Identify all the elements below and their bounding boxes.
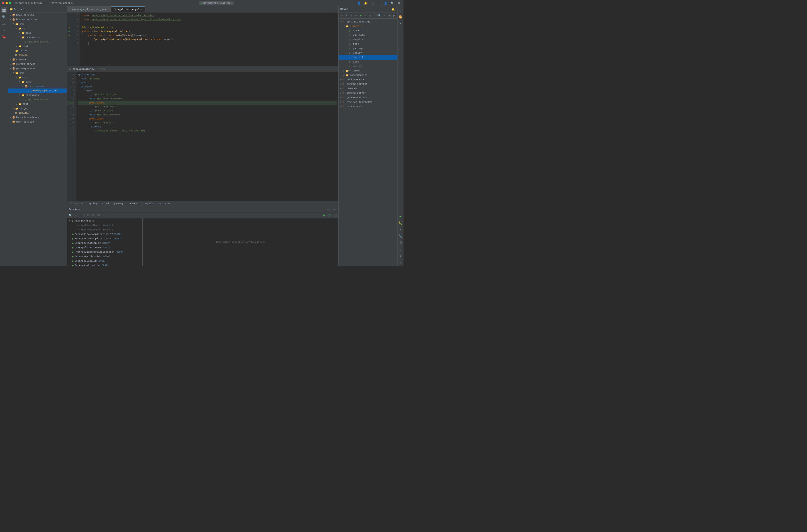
more-tools-icon[interactable]: ⋯ xyxy=(1,260,7,266)
gutter-debug-4[interactable] xyxy=(68,17,71,21)
structure-icon[interactable]: ☰ xyxy=(1,27,7,33)
maven-eureka-server[interactable]: ▶ m eureka-server xyxy=(339,91,397,95)
svc-eureka-02[interactable]: ▶ EurekaServerApplication-02 :8802/ xyxy=(67,232,142,236)
tree-item-borrow-main[interactable]: ▼ 📂 main xyxy=(8,26,67,31)
svc-gateway[interactable]: ▶ GatewayApplication :8500/ xyxy=(67,254,142,259)
yaml-nav-down[interactable]: ∨ xyxy=(104,68,105,70)
svc-hystrix[interactable]: ▶ HystrixDashboardApplication :8900/ xyxy=(67,250,142,254)
tree-item-borrow-test[interactable]: ▶ 📂 test xyxy=(8,44,67,49)
svc-rerun-button[interactable]: ↻ xyxy=(327,213,332,218)
tree-item-user-service[interactable]: ▶ 📦 user-service xyxy=(8,120,67,124)
preferences-button[interactable]: ⚙ xyxy=(396,1,401,5)
rt-paint-icon[interactable]: 🎨 xyxy=(397,14,404,20)
tab-close-java[interactable]: ✕ xyxy=(108,8,109,11)
maven-hystrix-dashboard[interactable]: ▶ m hystrix-dashboard xyxy=(339,100,397,104)
close-button[interactable] xyxy=(2,2,4,4)
maven-skip-button[interactable]: ⊘ xyxy=(368,13,373,18)
maven-root[interactable]: ▼ m springCloudStudy xyxy=(339,20,397,24)
search-button[interactable]: 🔍 xyxy=(390,1,395,5)
rt-debug-icon[interactable]: 🐛 xyxy=(397,220,404,226)
rt-star-icon[interactable]: ★ xyxy=(397,20,404,27)
tree-item-gateway-test[interactable]: ▶ 📂 test xyxy=(8,102,67,106)
maven-gateway-server[interactable]: ▶ m gateway-server xyxy=(339,95,397,100)
tree-item-borrow-yaml[interactable]: 🗒 application.yml xyxy=(8,40,67,44)
more-button[interactable]: ⋯ xyxy=(376,1,381,5)
rt-info-icon[interactable]: ℹ xyxy=(397,253,404,259)
file-tree[interactable]: ▶ 📦 book-service ▼ 📦 borrow-service ▼ 📂 … xyxy=(8,13,67,266)
tree-item-borrow-target[interactable]: ▶ 📂 target xyxy=(8,49,67,53)
breadcrumb-predicates[interactable]: predicates: xyxy=(157,203,171,205)
rt-todo-icon[interactable]: ☑ xyxy=(397,246,404,253)
maven-download-button[interactable]: ⬇ xyxy=(344,13,349,18)
maven-dependencies-group[interactable]: ▶ 📂 Dependencies xyxy=(339,73,397,77)
maven-search-button[interactable]: 🔍 xyxy=(378,13,382,18)
gutter-debug-5[interactable] xyxy=(68,21,71,25)
tree-item-borrow-resources[interactable]: ▼ 📂 resources xyxy=(8,35,67,40)
maven-tree[interactable]: ▼ m springCloudStudy ▼ 📂 Lifecycle ⚙ cle… xyxy=(339,19,397,266)
svc-search-button[interactable]: 🔍 xyxy=(68,213,73,217)
svc-item-install-2[interactable]: springCloudStudy [install] xyxy=(67,228,142,232)
maven-book-service[interactable]: ▶ m book-service xyxy=(339,77,397,82)
maven-site[interactable]: ⚙ site xyxy=(339,60,397,64)
maven-run-button[interactable]: ▶ xyxy=(359,13,363,18)
tree-item-borrow-service[interactable]: ▼ 📦 borrow-service xyxy=(8,17,67,22)
svc-eye-button[interactable]: 👁 xyxy=(86,213,90,217)
tab-application-yaml[interactable]: 🗒 application.yml ✕ xyxy=(111,6,145,12)
svc-group-button[interactable]: ⊞ xyxy=(96,213,101,217)
services-collapse-button[interactable]: — xyxy=(332,207,337,211)
bookmarks-icon[interactable]: 🔖 xyxy=(1,34,7,40)
tree-item-gateway-app[interactable]: ☕ GatewayApplication xyxy=(8,89,67,93)
maven-verify[interactable]: ⚙ verify xyxy=(339,51,397,55)
svc-item-install-1[interactable]: springCloudStudy [install] xyxy=(67,223,142,228)
gutter-run-7[interactable]: ▶ xyxy=(68,30,71,33)
svc-user-02[interactable]: ▶ UserApplication-02 :8102/ xyxy=(67,241,142,245)
maven-stop-button[interactable]: ⬛ xyxy=(373,13,377,18)
tree-item-gateway-src[interactable]: ▼ 📂 src xyxy=(8,71,67,75)
rt-run-icon[interactable]: ▶ xyxy=(397,213,404,219)
tree-item-commons[interactable]: ▶ 📦 commons xyxy=(8,57,67,62)
breadcrumb-gateway[interactable]: gateway: xyxy=(114,203,125,205)
services-tree[interactable]: ▼ ▶ Run Dashboard springCloudStudy [inst… xyxy=(67,218,143,266)
services-more-button[interactable]: ⋯ xyxy=(326,207,331,211)
gutter-run-8[interactable]: ▶ xyxy=(68,33,71,37)
maven-test[interactable]: ⚙ test xyxy=(339,42,397,46)
svc-stop-button[interactable]: ⬛ xyxy=(333,213,337,218)
maven-clean[interactable]: ⚙ clean xyxy=(339,28,397,33)
tree-item-gateway[interactable]: ▼ 📦 gateway-server xyxy=(8,66,67,71)
share-button[interactable]: 👤 xyxy=(383,1,388,5)
find-icon[interactable]: 🔍 xyxy=(1,14,7,20)
tree-item-gateway-pom[interactable]: 🗒 pom.xml xyxy=(8,111,67,115)
tree-item-gateway-main[interactable]: ▼ 📂 main xyxy=(8,75,67,80)
breadcrumb-cloud[interactable]: cloud: xyxy=(102,203,110,205)
maven-upload-button[interactable]: ⬆ xyxy=(349,13,354,18)
svc-eureka-01[interactable]: ▶ EurekaServerApplication-01 :8801/ xyxy=(67,236,142,241)
maven-reload-button[interactable]: ↻ xyxy=(339,13,344,18)
tree-item-gateway-yaml[interactable]: 🗒 application.yml xyxy=(8,97,67,102)
tree-item-borrow-pom[interactable]: 🗒 pom.xml xyxy=(8,53,67,57)
minimize-button[interactable] xyxy=(5,2,8,4)
maven-package[interactable]: ⚙ package xyxy=(339,46,397,51)
maven-commons[interactable]: ▶ m commons xyxy=(339,86,397,91)
breadcrumb-routes[interactable]: routes: xyxy=(129,203,138,205)
git-icon[interactable]: ⎇ xyxy=(1,20,7,27)
svc-down-button[interactable]: ↓ xyxy=(78,213,83,217)
svc-filter-button[interactable]: ⚙ xyxy=(91,213,96,217)
tree-item-gateway-resources[interactable]: ▼ 📂 resources xyxy=(8,93,67,97)
rt-db-icon[interactable]: 🗄 xyxy=(397,240,404,246)
maven-install[interactable]: ⚙ install xyxy=(339,55,397,60)
breadcrumb-item[interactable]: Item 1/2 xyxy=(142,203,153,205)
svc-run-button[interactable]: ▶ xyxy=(322,213,327,218)
gutter-debug-3[interactable] xyxy=(68,13,71,17)
maximize-button[interactable] xyxy=(9,2,11,4)
rt-tools-icon[interactable]: 🔧 xyxy=(397,233,404,239)
maven-validate[interactable]: ⚙ validate xyxy=(339,33,397,37)
project-view-icon[interactable] xyxy=(1,7,7,13)
maven-deploy[interactable]: ⚙ deploy xyxy=(339,64,397,69)
tree-item-book-service[interactable]: ▶ 📦 book-service xyxy=(8,13,67,17)
notifications-button[interactable]: 🔔 xyxy=(363,1,368,5)
svc-user-01[interactable]: ▶ UserApplication-01 :8101/ xyxy=(67,245,142,250)
maven-plugins-group[interactable]: ▶ 📂 Plugins xyxy=(339,69,397,73)
maven-user-service[interactable]: ▶ m user-service xyxy=(339,104,397,109)
rt-coverage-icon[interactable]: ☂ xyxy=(397,226,404,233)
tree-item-gateway-java[interactable]: ▼ 📂 java xyxy=(8,80,67,84)
